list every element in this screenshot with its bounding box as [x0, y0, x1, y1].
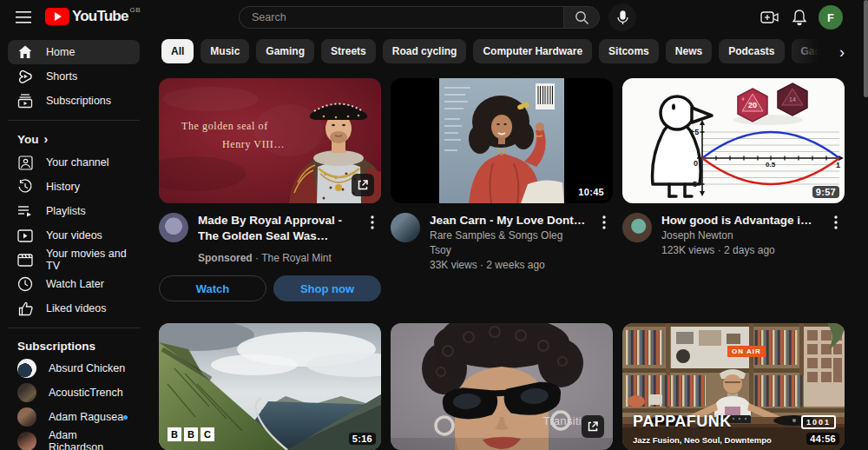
advertiser-name[interactable]: The Royal Mint: [261, 252, 332, 264]
more-menu-icon[interactable]: [827, 215, 845, 232]
youtube-logo-text: YouTube: [72, 8, 128, 25]
shop-now-button[interactable]: Shop now: [273, 275, 381, 301]
chip-streets[interactable]: Streets: [321, 39, 376, 63]
channel-avatar[interactable]: [622, 213, 652, 242]
on-air-sign: ON AIR: [727, 346, 766, 357]
your-videos-icon: [17, 228, 33, 243]
chip-sitcoms[interactable]: Sitcoms: [599, 39, 659, 63]
video-title[interactable]: Jean Carn - My Love Dont Come Easy: [430, 213, 586, 228]
video-thumbnail[interactable]: 10:45: [391, 78, 613, 203]
sidebar-item-liked-videos[interactable]: Liked videos: [8, 296, 140, 321]
channel-avatar[interactable]: [391, 213, 420, 242]
sidebar-item-your-videos[interactable]: Your videos: [8, 223, 140, 248]
more-menu-icon[interactable]: [364, 215, 381, 232]
sidebar: Home Shorts Subscriptions You › Your cha…: [0, 35, 148, 450]
sidebar-item-playlists[interactable]: Playlists: [8, 199, 140, 223]
channel-name[interactable]: Rare Samples & Songs Oleg Tsoy: [430, 228, 586, 258]
movies-icon: [17, 252, 33, 268]
ad-card-royal-mint: The golden seal of Henry VIII… Made By R…: [159, 78, 381, 301]
chip-music[interactable]: Music: [201, 39, 249, 63]
sponsored-line: Sponsored · The Royal Mint: [198, 252, 354, 264]
sponsored-badge: Sponsored: [198, 252, 253, 264]
youtube-play-icon: [45, 8, 69, 25]
thumbnail-title-text: PAPPAFUNK: [633, 413, 732, 431]
search-bar: [239, 6, 600, 29]
shorts-icon: [17, 69, 33, 84]
sidebar-item-label: Playlists: [46, 205, 86, 217]
channel-name: Adam Ragusea: [49, 411, 123, 423]
your-channel-icon: [17, 155, 33, 170]
subscriptions-header: Subscriptions: [8, 335, 140, 356]
chip-gaming[interactable]: Gaming: [256, 39, 314, 63]
chips-scroll-right-icon[interactable]: ›: [829, 39, 855, 65]
video-card-advantage-dnd: 20 4 14: [622, 78, 845, 258]
channel-name: AcousticTrench: [49, 387, 123, 399]
avatar-initial: F: [827, 11, 834, 24]
ad-thumbnail[interactable]: Transiti: [391, 323, 613, 450]
video-card-bbc: BBC 5:16: [159, 323, 381, 450]
video-thumbnail[interactable]: 20 4 14: [622, 78, 845, 203]
external-link-icon[interactable]: [582, 415, 604, 438]
sidebar-item-your-channel[interactable]: Your channel: [8, 150, 140, 175]
ad-thumbnail[interactable]: The golden seal of Henry VIII…: [159, 78, 381, 203]
sidebar-item-label: Subscriptions: [46, 95, 111, 107]
chip-podcasts[interactable]: Podcasts: [719, 39, 784, 63]
ad-card-sunglasses: Transiti: [391, 323, 613, 450]
search-input[interactable]: [239, 6, 563, 29]
search-button[interactable]: [563, 6, 600, 29]
sidebar-sub-adam-richardson[interactable]: Adam Richardson: [8, 429, 140, 450]
playlists-icon: [17, 203, 33, 219]
sidebar-sub-acoustictrench[interactable]: AcousticTrench: [8, 381, 140, 405]
video-thumbnail[interactable]: BBC 5:16: [159, 323, 381, 450]
chip-news[interactable]: News: [666, 39, 712, 63]
advertiser-avatar[interactable]: [159, 213, 188, 242]
sidebar-divider: [8, 328, 140, 328]
sidebar-item-history[interactable]: History: [8, 175, 140, 199]
thumbnail-genres-text: Jazz Fusion, Neo Soul, Downtempo: [633, 435, 772, 445]
sidebar-item-label: History: [46, 181, 80, 193]
svg-text:0.5: 0.5: [766, 161, 776, 169]
channel-name[interactable]: Joseph Newton: [661, 228, 818, 243]
ad-title[interactable]: Made By Royal Approval - The Golden Seal…: [198, 213, 354, 244]
sidebar-sub-absurd-chicken[interactable]: Absurd Chicken: [8, 356, 140, 381]
sidebar-item-home[interactable]: Home: [8, 40, 140, 64]
top-bar: YouTube GB F: [0, 0, 868, 35]
hamburger-menu-icon[interactable]: [13, 7, 34, 28]
you-label: You: [17, 133, 39, 146]
duration-badge: 5:16: [349, 433, 376, 445]
youtube-logo[interactable]: YouTube GB: [45, 8, 141, 25]
thousand-and-one-logo: 1001: [801, 415, 836, 429]
notifications-button[interactable]: [789, 7, 810, 28]
chip-computer-hardware[interactable]: Computer Hardware: [473, 39, 592, 63]
sidebar-you-header[interactable]: You ›: [8, 128, 140, 150]
more-menu-icon[interactable]: [595, 215, 613, 232]
svg-text:+5: +5: [690, 128, 699, 136]
video-title[interactable]: How good is Advantage in D&D?: [661, 213, 818, 228]
sidebar-item-subscriptions[interactable]: Subscriptions: [8, 89, 140, 113]
sidebar-item-your-movies[interactable]: Your movies and TV: [8, 248, 140, 272]
duration-badge: 10:45: [575, 186, 608, 198]
sidebar-item-shorts[interactable]: Shorts: [8, 64, 140, 89]
channel-avatar: [17, 407, 36, 427]
sidebar-item-watch-later[interactable]: Watch Later: [8, 272, 140, 296]
chip-all[interactable]: All: [161, 39, 194, 63]
chevron-right-icon: ›: [44, 132, 49, 146]
vertical-scrollbar[interactable]: [864, 0, 868, 97]
sidebar-item-label: Your movies and TV: [46, 248, 130, 272]
video-thumbnail[interactable]: ON AIR PAPPAFUNK Jazz Fusion, Neo Soul, …: [622, 323, 845, 450]
account-avatar[interactable]: F: [819, 5, 843, 30]
sidebar-sub-adam-ragusea[interactable]: Adam Ragusea: [8, 405, 140, 429]
channel-name: Absurd Chicken: [49, 362, 125, 374]
duration-badge: 9:57: [812, 186, 839, 198]
video-card-jean-carn: 10:45 Jean Carn - My Love Dont Come Easy…: [391, 78, 613, 273]
chip-road-cycling[interactable]: Road cycling: [383, 39, 467, 63]
sidebar-item-label: Your channel: [46, 156, 109, 169]
sidebar-item-label: Shorts: [46, 70, 77, 83]
watch-button[interactable]: Watch: [159, 275, 266, 301]
create-button[interactable]: [760, 7, 780, 28]
external-link-icon[interactable]: [352, 174, 374, 196]
chip-gadgets[interactable]: Gadgets: [792, 39, 825, 63]
sidebar-item-label: Liked videos: [46, 302, 107, 314]
thumbs-up-icon: [17, 301, 33, 316]
voice-search-button[interactable]: [608, 3, 636, 31]
